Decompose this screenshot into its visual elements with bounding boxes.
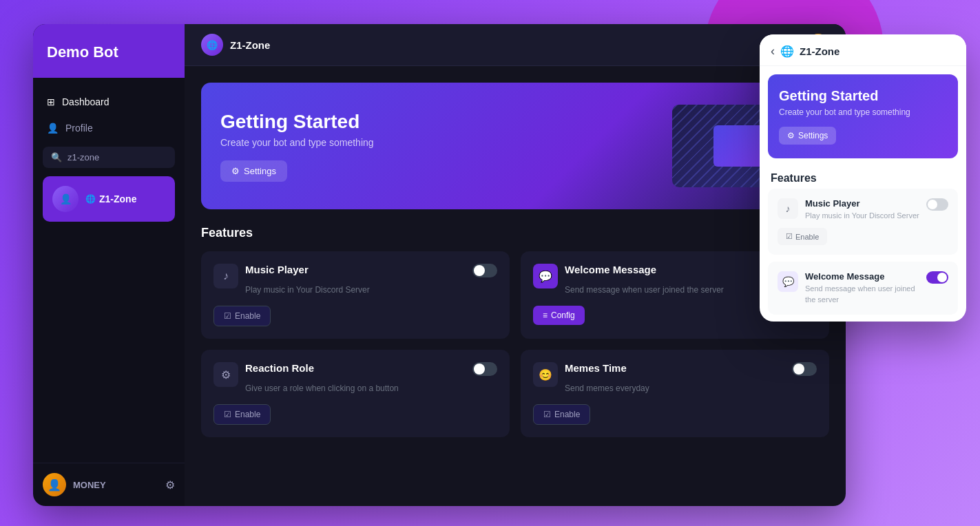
- music-player-toggle[interactable]: [472, 264, 497, 277]
- mobile-section-title: Features: [760, 167, 966, 189]
- app-title: Demo Bot: [47, 43, 118, 61]
- mobile-music-icon: ♪: [778, 198, 798, 219]
- sidebar-nav: ⊞ Dashboard 👤 Profile 🔍 👤 🌐 Z1-Zone: [33, 78, 185, 463]
- reaction-role-desc: Give user a role when clicking on a butt…: [245, 382, 497, 394]
- sidebar-bottom: 👤 MONEY ⚙: [33, 463, 185, 506]
- search-input[interactable]: [67, 152, 167, 162]
- mobile-welcome-title: Welcome Message: [805, 271, 919, 282]
- server-avatar-icon: 👤: [60, 193, 72, 204]
- checkbox-icon-3: ☑: [543, 410, 551, 419]
- reaction-role-enable-button[interactable]: ☑ Enable: [213, 404, 271, 425]
- sidebar-label-profile: Profile: [65, 123, 93, 134]
- music-player-icon: ♪: [213, 264, 238, 288]
- mobile-topbar: ‹ 🌐 Z1-Zone: [760, 34, 966, 66]
- reaction-role-toggle[interactable]: [472, 362, 497, 376]
- topbar-left: 🌐 Z1-Zone: [201, 34, 270, 56]
- mobile-music-toggle[interactable]: [926, 198, 948, 211]
- welcome-message-icon: 💬: [533, 264, 558, 288]
- memes-time-toggle[interactable]: [792, 362, 817, 376]
- welcome-message-title: Welcome Message: [565, 264, 656, 275]
- sidebar-item-dashboard[interactable]: ⊞ Dashboard: [33, 89, 185, 115]
- search-icon: 🔍: [51, 152, 62, 162]
- server-name: 🌐 Z1-Zone: [85, 193, 136, 204]
- features-section-title: Features: [201, 226, 829, 240]
- banner-settings-button[interactable]: ⚙ Settings: [220, 160, 287, 182]
- mobile-welcome-toggle[interactable]: [926, 271, 948, 284]
- sidebar-server-card[interactable]: 👤 🌐 Z1-Zone: [43, 176, 175, 222]
- banner-subtitle: Create your bot and type something: [220, 137, 374, 148]
- topbar-server-name: Z1-Zone: [230, 39, 270, 51]
- app-container: Demo Bot ⊞ Dashboard 👤 Profile 🔍 👤 🌐: [33, 24, 846, 506]
- reaction-role-icon: ⚙: [213, 362, 238, 387]
- memes-time-icon: 😊: [533, 362, 558, 387]
- mobile-banner: Getting Started Create your bot and type…: [768, 74, 958, 158]
- mobile-feature-card-welcome: 💬 Welcome Message Send message when user…: [768, 262, 958, 315]
- topbar-server-icon: 🌐: [201, 34, 223, 56]
- mobile-music-title: Music Player: [805, 198, 919, 209]
- mobile-gear-icon: ⚙: [787, 131, 795, 140]
- mobile-back-button[interactable]: ‹: [771, 44, 775, 59]
- getting-started-banner: Getting Started Create your bot and type…: [201, 83, 829, 209]
- mobile-preview-panel: ‹ 🌐 Z1-Zone Getting Started Create your …: [760, 34, 966, 322]
- server-avatar: 👤: [52, 186, 79, 212]
- banner-title: Getting Started: [220, 111, 374, 133]
- mobile-banner-title: Getting Started: [779, 88, 947, 104]
- topbar: 🌐 Z1-Zone ☀ 👤: [185, 24, 846, 66]
- music-player-title: Music Player: [245, 264, 309, 275]
- mobile-settings-button[interactable]: ⚙ Settings: [779, 127, 836, 145]
- dashboard-icon: ⊞: [47, 96, 55, 107]
- sidebar-label-dashboard: Dashboard: [62, 96, 110, 107]
- user-name: MONEY: [73, 480, 158, 490]
- globe-icon: 🌐: [207, 40, 218, 50]
- sidebar-search: 🔍: [43, 147, 175, 168]
- memes-time-enable-button[interactable]: ☑ Enable: [533, 404, 590, 425]
- mobile-server-name: Z1-Zone: [800, 45, 840, 57]
- mobile-welcome-icon: 💬: [778, 271, 798, 292]
- features-grid: ♪ Music Player Play music in Your Discor…: [201, 251, 829, 437]
- sidebar: Demo Bot ⊞ Dashboard 👤 Profile 🔍 👤 🌐: [33, 24, 185, 506]
- mobile-banner-subtitle: Create your bot and type something: [779, 107, 947, 117]
- checkbox-icon: ☑: [224, 311, 231, 321]
- feature-card-music-player: ♪ Music Player Play music in Your Discor…: [201, 251, 510, 339]
- music-player-desc: Play music in Your Discord Server: [245, 284, 497, 296]
- mobile-music-enable-button[interactable]: ☑ Enable: [778, 228, 827, 245]
- sidebar-logo: Demo Bot: [33, 24, 185, 78]
- banner-content: Getting Started Create your bot and type…: [220, 111, 374, 182]
- feature-card-memes-time: 😊 Memes Time Send memes everyday ☑: [521, 350, 829, 437]
- list-icon: ≡: [543, 311, 548, 320]
- user-avatar-icon: 👤: [48, 478, 61, 492]
- user-avatar: 👤: [43, 473, 66, 496]
- sidebar-item-profile[interactable]: 👤 Profile: [33, 115, 185, 141]
- checkbox-icon-2: ☑: [224, 410, 231, 419]
- mobile-checkbox-icon: ☑: [786, 232, 793, 241]
- memes-time-title: Memes Time: [565, 362, 627, 374]
- mobile-music-desc: Play music in Your Discord Server: [805, 211, 919, 221]
- memes-time-desc: Send memes everyday: [565, 382, 817, 394]
- main-content: 🌐 Z1-Zone ☀ 👤 Getting Started Create you…: [185, 24, 846, 506]
- settings-icon[interactable]: ⚙: [165, 478, 175, 492]
- gear-icon: ⚙: [231, 166, 240, 176]
- profile-icon: 👤: [47, 123, 59, 134]
- welcome-message-config-button[interactable]: ≡ Config: [533, 306, 585, 325]
- feature-card-reaction-role: ⚙ Reaction Role Give user a role when cl…: [201, 350, 510, 437]
- mobile-globe-icon: 🌐: [780, 45, 794, 58]
- content-area: Getting Started Create your bot and type…: [185, 66, 846, 506]
- mobile-feature-card-music: ♪ Music Player Play music in Your Discor…: [768, 189, 958, 255]
- reaction-role-title: Reaction Role: [245, 362, 314, 374]
- mobile-welcome-desc: Send message when user joined the server: [805, 284, 919, 305]
- music-player-enable-button[interactable]: ☑ Enable: [213, 306, 271, 326]
